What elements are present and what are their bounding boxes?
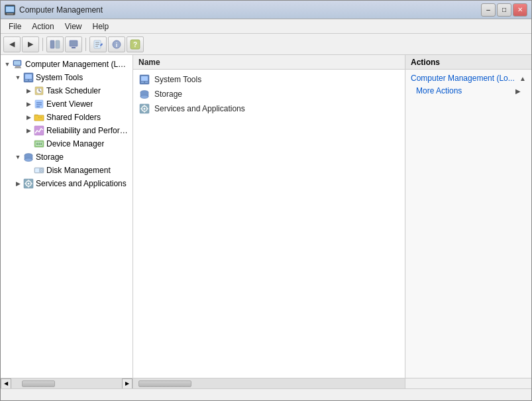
content-header: Name [133, 55, 405, 70]
action-computer-management[interactable]: Computer Management (Lo... ▲ [405, 72, 531, 84]
action-computer-management-label: Computer Management (Lo... [411, 74, 515, 83]
reliability-icon [34, 125, 44, 136]
tools-icon [23, 72, 34, 83]
svg-text:i: i [116, 42, 118, 48]
list-label-system-tools: System Tools [154, 75, 201, 84]
left-scroll-left-arrow[interactable]: ◀ [1, 378, 11, 389]
left-scroll-right-arrow[interactable]: ▶ [122, 378, 133, 389]
svg-rect-39 [40, 143, 42, 145]
help-button[interactable]: ? [127, 36, 144, 52]
svg-rect-23 [29, 80, 32, 81]
show-tree-button[interactable] [46, 36, 64, 52]
column-header-name: Name [138, 58, 160, 67]
menu-help[interactable]: Help [87, 21, 115, 32]
svg-rect-17 [14, 61, 21, 65]
list-item-system-tools[interactable]: System Tools [133, 72, 405, 87]
window-title: Computer Management [19, 5, 481, 15]
app-icon [5, 5, 15, 15]
svg-rect-19 [15, 68, 21, 69]
maximize-button[interactable]: □ [497, 3, 511, 17]
toolbar-separator-2 [85, 38, 86, 51]
back-button[interactable]: ◀ [3, 36, 21, 52]
storage-icon [23, 152, 34, 162]
close-button[interactable]: ✕ [513, 3, 527, 17]
center-scroll-thumb[interactable] [138, 380, 191, 387]
list-icon-storage [138, 88, 150, 100]
tree-view: ▼ Computer Management (Local ▼ [1, 55, 133, 378]
event-icon [34, 99, 44, 109]
actions-panel: Actions Computer Management (Lo... ▲ Mor… [405, 55, 531, 378]
tree-item-disk-management[interactable]: ▶ Disk Management [1, 164, 133, 177]
menu-view[interactable]: View [60, 21, 87, 32]
tree-toggle-reliability[interactable]: ▶ [23, 125, 34, 136]
tree-label-event-viewer: Event Viewer [46, 99, 93, 109]
tree-label-computer-management: Computer Management (Local [25, 60, 130, 69]
menu-file[interactable]: File [3, 21, 27, 32]
svg-rect-18 [15, 66, 21, 68]
tree-item-event-viewer[interactable]: ▶ Event Viewer [1, 97, 133, 111]
actions-header: Actions [405, 55, 531, 70]
actions-title: Actions [411, 58, 440, 67]
tree-item-task-scheduler[interactable]: ▶ Task Scheduler [1, 84, 133, 97]
svg-point-42 [25, 158, 32, 162]
main-window: Computer Management – □ ✕ File Action Vi… [0, 0, 532, 401]
svg-point-62 [140, 95, 148, 99]
list-item-storage[interactable]: Storage [133, 87, 405, 101]
svg-rect-34 [34, 126, 44, 135]
properties-button[interactable]: i [108, 36, 125, 52]
tree-label-task-scheduler: Task Scheduler [46, 86, 101, 95]
tree-item-computer-management[interactable]: ▼ Computer Management (Local [1, 58, 133, 71]
action-arrow-up: ▲ [519, 75, 526, 82]
up-button[interactable] [65, 36, 82, 52]
center-scroll-track[interactable] [133, 378, 405, 388]
svg-rect-22 [25, 80, 28, 81]
tree-toggle-shared-folders[interactable]: ▶ [23, 112, 34, 123]
tree-item-reliability[interactable]: ▶ Reliability and Performa... [1, 124, 133, 137]
tree-item-storage[interactable]: ▼ Storage [1, 150, 133, 164]
tree-label-device-manager: Device Manager [46, 139, 104, 148]
content-list: System Tools Storage [133, 70, 405, 378]
tree-toggle-system-tools[interactable]: ▼ [13, 72, 23, 83]
tree-toggle-storage[interactable]: ▼ [13, 152, 23, 162]
tree-label-disk-management: Disk Management [46, 166, 111, 175]
minimize-button[interactable]: – [481, 3, 496, 17]
tree-toggle-root[interactable]: ▼ [2, 59, 13, 70]
tree-item-shared-folders[interactable]: ▶ Shared Folders [1, 111, 133, 124]
task-icon [34, 86, 44, 96]
svg-rect-2 [6, 7, 14, 12]
action-arrow-right: ▶ [515, 87, 521, 95]
svg-rect-57 [141, 76, 148, 81]
tree-item-device-manager[interactable]: ▶ Device Manager [1, 137, 133, 150]
folder-icon [34, 112, 44, 123]
tree-toggle-event-viewer[interactable]: ▶ [23, 99, 34, 109]
center-scrollbar [133, 378, 405, 388]
svg-rect-32 [34, 115, 44, 121]
svg-rect-46 [35, 168, 39, 172]
svg-point-48 [41, 170, 42, 171]
tree-toggle-task-scheduler[interactable]: ▶ [23, 86, 34, 96]
action-more-actions-label: More Actions [416, 86, 462, 95]
list-item-services-apps[interactable]: Services and Applications [133, 101, 405, 116]
main-area: ▼ Computer Management (Local ▼ [1, 55, 531, 378]
svg-point-51 [28, 183, 30, 185]
tree-item-services-apps[interactable]: ▶ Services and Applications [1, 177, 133, 190]
left-scroll-thumb[interactable] [22, 380, 55, 387]
tree-item-system-tools[interactable]: ▼ System Tools [1, 71, 133, 84]
left-scroll-track[interactable] [11, 378, 122, 388]
tree-label-shared-folders: Shared Folders [46, 113, 101, 122]
tree-toggle-services[interactable]: ▶ [13, 178, 23, 189]
toolbar-separator-1 [42, 38, 43, 51]
list-icon-system-tools [138, 74, 150, 86]
svg-rect-58 [141, 82, 144, 83]
menu-action[interactable]: Action [27, 21, 59, 32]
svg-rect-3 [50, 40, 54, 48]
tree-label-services-apps: Services and Applications [36, 179, 127, 188]
action-more-actions[interactable]: More Actions ▶ [405, 84, 531, 97]
forward-button[interactable]: ▶ [22, 36, 39, 52]
title-bar: Computer Management – □ ✕ [1, 1, 531, 19]
svg-rect-5 [70, 40, 78, 46]
edit-button[interactable] [89, 36, 107, 52]
tree-label-system-tools: System Tools [36, 73, 83, 82]
disk-icon [34, 165, 44, 176]
svg-rect-21 [25, 74, 32, 79]
